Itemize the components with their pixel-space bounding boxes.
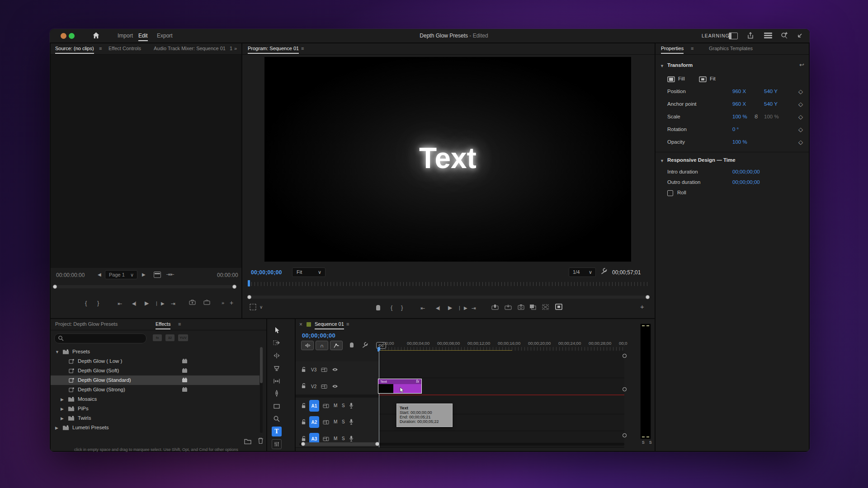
audio-scroll-handle[interactable] [623, 433, 627, 437]
tree-item-pips[interactable]: ▶ PiPs [51, 404, 259, 413]
track-header-a2[interactable]: A2 M S [296, 414, 379, 431]
tree-item-lumetri-presets[interactable]: ▶ Lumetri Presets [51, 423, 259, 432]
timeline-marker-icon[interactable] [350, 343, 354, 347]
lock-icon[interactable] [301, 436, 306, 442]
program-goto-out-icon[interactable]: ⇥ [472, 305, 476, 311]
timeline-ruler[interactable]: ;00;00 00;00;04;00 00;00;08;00 00;00;12;… [379, 339, 624, 351]
tree-item-twirls[interactable]: ▶ Twirls [51, 413, 259, 423]
mute-button[interactable]: M [334, 403, 337, 408]
step-forward-icon[interactable]: ⎸▶ [156, 301, 165, 306]
audio-track-badge[interactable]: A1 [309, 400, 319, 412]
pips-expand-icon[interactable]: ▶ [61, 407, 64, 411]
add-marker-icon[interactable] [376, 305, 380, 310]
track-header-v3[interactable]: V3 [296, 361, 379, 378]
lock-icon[interactable] [301, 383, 306, 389]
voiceover-mic-icon[interactable] [349, 402, 354, 409]
voiceover-mic-icon[interactable] [349, 418, 354, 425]
source-patch-icon[interactable] [323, 436, 329, 441]
new-folder-icon[interactable] [244, 438, 251, 444]
overwrite-icon[interactable] [203, 300, 210, 305]
learning-button[interactable]: LEARNING [702, 33, 730, 38]
transform-collapse-icon[interactable]: ▼ [660, 64, 664, 68]
export-frame-icon[interactable] [518, 304, 524, 310]
tree-item-depth-glow-standard[interactable]: Depth Glow (Standard) [51, 375, 259, 385]
nest-toggle-button[interactable] [301, 341, 314, 350]
lock-icon[interactable] [301, 366, 306, 373]
workspaces-icon[interactable] [764, 33, 772, 38]
tab-graphics-templates[interactable]: Graphics Templates [709, 46, 753, 51]
step-back-icon[interactable]: ◀⎸ [132, 301, 140, 306]
effects-search-input[interactable] [54, 333, 146, 343]
goto-out-icon[interactable]: ⇥ [171, 300, 175, 307]
razor-tool[interactable] [272, 363, 282, 373]
position-keyframe-icon[interactable]: ◇ [798, 88, 803, 95]
mute-button[interactable]: M [334, 419, 337, 424]
timeline-settings-wrench-icon[interactable] [362, 342, 368, 348]
playback-resolution-select[interactable]: 1/4 ∨ [569, 267, 596, 277]
add-button-icon[interactable]: + [230, 299, 233, 306]
source-patch-icon[interactable] [323, 404, 329, 408]
timeline-close-icon[interactable]: × [299, 321, 302, 328]
source-scroll-handle-left[interactable] [53, 285, 57, 289]
track-header-v2[interactable]: V2 [296, 378, 379, 395]
fit-width-icon[interactable]: ⇥⇤ [166, 272, 174, 277]
tree-item-presets[interactable]: ▼ Presets [51, 347, 259, 357]
program-settings-wrench-icon[interactable] [600, 267, 608, 275]
menu-import[interactable]: Import [118, 33, 133, 39]
program-goto-in-icon[interactable]: ⇤ [420, 305, 425, 311]
page-prev-icon[interactable]: ◀ [98, 272, 101, 277]
fit-mode-icon[interactable] [699, 76, 707, 82]
program-step-back-icon[interactable]: ◀⎸ [436, 305, 444, 311]
fit-mode-label[interactable]: Fit [710, 76, 716, 81]
lift-icon[interactable] [491, 304, 499, 310]
opacity-keyframe-icon[interactable]: ◇ [798, 139, 803, 145]
source-scroll-handle-right[interactable] [232, 285, 236, 289]
solo-button[interactable]: S [342, 403, 345, 408]
transform-reset-icon[interactable]: ↩ [799, 61, 804, 68]
program-scroll-handle-left[interactable] [247, 295, 251, 299]
timeline-zoom-handle-left[interactable] [301, 442, 305, 446]
tab-audio-track-mixer[interactable]: Audio Track Mixer: Sequence 01 [154, 46, 226, 51]
fill-mode-label[interactable]: Fill [678, 76, 685, 81]
program-panel-menu-icon[interactable]: ≡ [301, 46, 304, 51]
anchor-x-value[interactable]: 960 X [732, 101, 746, 107]
program-video-canvas[interactable]: Text [264, 57, 631, 262]
snap-grid-icon[interactable] [250, 304, 256, 310]
source-patch-icon[interactable] [323, 420, 329, 425]
scale-link-icon[interactable]: Ȣ [755, 113, 758, 120]
mark-in-icon[interactable]: { [85, 300, 87, 306]
tab-source[interactable]: Source: (no clips) [55, 46, 94, 51]
comparison-view-icon[interactable] [529, 304, 536, 310]
track-select-forward-tool[interactable] [272, 338, 282, 348]
extract-icon[interactable] [505, 304, 512, 310]
mosaics-expand-icon[interactable]: ▶ [61, 397, 64, 402]
roll-checkbox[interactable] [667, 190, 673, 196]
more-tools-icon[interactable]: » [222, 300, 224, 305]
rotation-keyframe-icon[interactable]: ◇ [798, 126, 803, 133]
program-scroll-handle-right[interactable] [646, 295, 650, 299]
mid-scroll-handle[interactable] [623, 387, 627, 391]
filter-yuv-icon[interactable]: YUV [178, 334, 188, 341]
program-scrollbar[interactable] [249, 296, 647, 299]
track-header-a1[interactable]: A1 M S [296, 398, 379, 414]
mark-out-icon[interactable]: } [97, 300, 99, 306]
audio-meters[interactable] [640, 324, 651, 439]
program-scrubber[interactable] [248, 282, 649, 286]
intro-duration-value[interactable]: 00;00;00;00 [732, 169, 760, 174]
program-timecode[interactable]: 00;00;00;00 [251, 269, 282, 276]
slip-tool[interactable] [272, 376, 282, 386]
position-y-value[interactable]: 540 Y [764, 89, 778, 94]
scale-keyframe-icon[interactable]: ◇ [798, 113, 803, 120]
position-x-value[interactable]: 960 X [732, 89, 746, 94]
tree-item-depth-glow-soft[interactable]: Depth Glow (Soft) [51, 366, 259, 375]
tree-item-depth-glow-strong[interactable]: Depth Glow (Strong) [51, 385, 259, 394]
snap-grid-chevron-icon[interactable]: ∨ [259, 305, 263, 310]
share-icon[interactable] [747, 32, 754, 39]
delete-trash-icon[interactable] [258, 437, 264, 444]
properties-panel-menu-icon[interactable]: ≡ [691, 46, 693, 51]
rotation-value[interactable]: 0 ° [732, 127, 739, 132]
timeline-panel-menu-icon[interactable]: ≡ [346, 321, 349, 327]
track-lane-v3[interactable] [379, 361, 624, 378]
filter-accelerated-effects-icon[interactable]: fx [153, 334, 162, 341]
home-icon[interactable] [92, 32, 100, 39]
